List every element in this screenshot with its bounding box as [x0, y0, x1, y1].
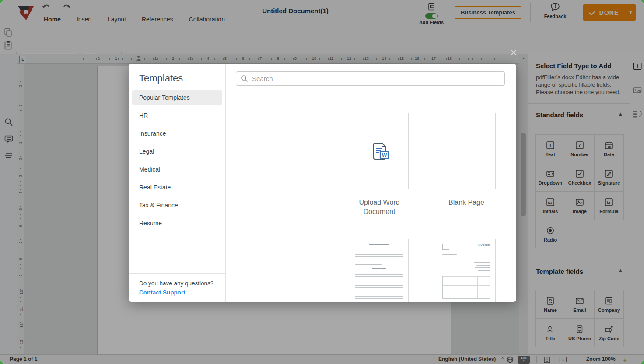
support-question-text: Do you have any questions? — [139, 280, 214, 287]
template-title: Blank Page — [429, 198, 504, 207]
svg-text:W: W — [382, 152, 387, 158]
category-insurance[interactable]: Insurance — [132, 126, 222, 141]
template-card-blank-page[interactable] — [437, 113, 496, 189]
search-icon — [241, 75, 248, 82]
templates-modal: Templates Popular Templates HR Insurance… — [129, 64, 516, 302]
templates-modal-title: Templates — [139, 73, 183, 84]
template-card-upload-word[interactable]: W — [350, 113, 409, 189]
contact-support-link[interactable]: Contact Support — [139, 289, 186, 296]
category-medical[interactable]: Medical — [132, 162, 222, 177]
template-categories: Popular Templates HR Insurance Legal Med… — [132, 90, 222, 234]
templates-sidebar: Templates Popular Templates HR Insurance… — [129, 64, 226, 302]
template-search-box[interactable] — [236, 71, 505, 86]
content-divider — [236, 94, 505, 95]
sidebar-divider — [129, 273, 226, 274]
upload-word-document-icon: W — [368, 140, 391, 163]
modal-close-icon[interactable]: ✕ — [509, 49, 518, 57]
category-hr[interactable]: HR — [132, 108, 222, 123]
templates-content: W Upload Word Document Blank Page — [226, 64, 516, 302]
search-input[interactable] — [252, 75, 488, 82]
category-tax-finance[interactable]: Tax & Finance — [132, 198, 222, 213]
preview-invoice-word: INVOICE — [478, 244, 490, 250]
template-card-invoice[interactable]: INVOICE — [437, 239, 496, 302]
category-real-estate[interactable]: Real Estate — [132, 180, 222, 195]
category-popular-templates[interactable]: Popular Templates — [132, 90, 222, 105]
pdffiller-docx-editor: Home Insert Layout References Collaborat… — [0, 0, 644, 364]
preview-table — [442, 276, 490, 299]
template-title: Upload Word Document — [342, 198, 416, 216]
category-resume[interactable]: Resume — [132, 216, 222, 231]
category-legal[interactable]: Legal — [132, 144, 222, 159]
template-card-agreement[interactable] — [350, 239, 409, 302]
